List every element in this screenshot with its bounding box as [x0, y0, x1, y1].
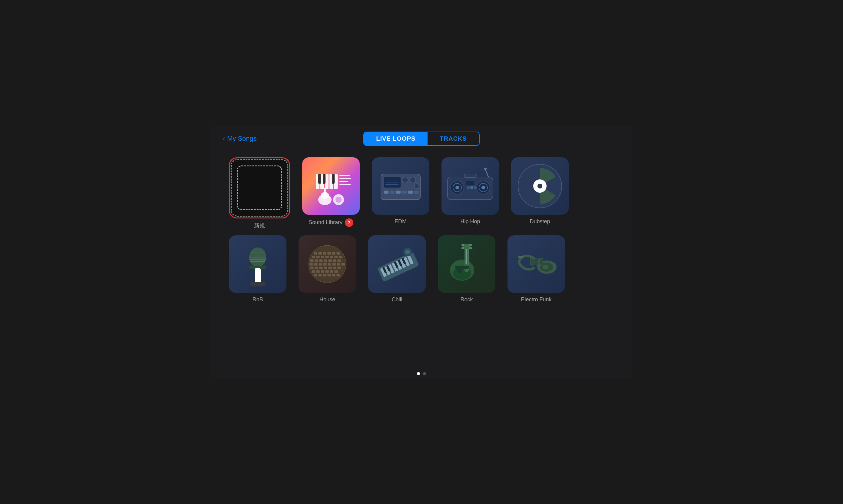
svg-point-123: [405, 250, 410, 254]
svg-point-35: [455, 186, 459, 190]
back-button[interactable]: ‹ My Songs: [223, 134, 257, 143]
svg-rect-91: [324, 267, 327, 269]
new-song-icon: [231, 159, 288, 217]
svg-rect-93: [333, 267, 337, 269]
chill-item[interactable]: Chill: [368, 235, 426, 303]
svg-rect-75: [319, 259, 323, 262]
svg-rect-98: [325, 270, 329, 273]
svg-rect-83: [323, 263, 327, 266]
header: ‹ My Songs LIVE LOOPS TRACKS: [211, 126, 632, 151]
tab-tracks[interactable]: TRACKS: [428, 132, 479, 145]
electro-funk-svg: [507, 235, 565, 293]
svg-rect-39: [466, 181, 474, 185]
svg-rect-69: [325, 256, 329, 258]
svg-point-131: [469, 247, 472, 249]
svg-rect-23: [384, 191, 389, 194]
dubstep-icon: [511, 157, 569, 215]
svg-rect-64: [332, 252, 336, 255]
svg-rect-45: [464, 174, 476, 178]
svg-point-20: [402, 177, 408, 183]
svg-point-17: [336, 197, 342, 203]
svg-point-130: [469, 244, 472, 246]
back-chevron-icon: ‹: [223, 134, 225, 143]
pagination: [211, 366, 632, 378]
svg-rect-27: [408, 191, 413, 194]
svg-point-44: [484, 167, 487, 170]
electro-funk-icon: [507, 235, 565, 293]
svg-rect-89: [315, 267, 318, 269]
svg-rect-65: [337, 252, 340, 255]
svg-rect-24: [390, 191, 395, 194]
edm-label: EDM: [395, 218, 407, 225]
svg-rect-127: [463, 244, 470, 249]
hiphop-svg: [442, 157, 499, 215]
svg-rect-142: [518, 256, 523, 258]
svg-rect-82: [319, 263, 322, 266]
svg-rect-88: [310, 267, 314, 269]
chill-svg: [368, 235, 426, 293]
svg-rect-81: [314, 263, 317, 266]
svg-point-21: [410, 177, 416, 183]
svg-rect-103: [323, 274, 326, 276]
rock-item[interactable]: Rock: [438, 235, 495, 303]
svg-rect-102: [318, 274, 322, 276]
svg-rect-135: [455, 266, 469, 269]
rnb-item[interactable]: RnB: [229, 235, 287, 303]
svg-rect-104: [327, 274, 331, 276]
pagination-dot-2[interactable]: [423, 372, 426, 375]
svg-rect-76: [324, 259, 327, 262]
svg-rect-68: [321, 256, 324, 258]
svg-rect-92: [328, 267, 332, 269]
edm-icon: [372, 157, 429, 215]
grid-row-1: 新規: [229, 157, 614, 229]
sound-library-icon: [302, 157, 360, 215]
svg-rect-14: [324, 187, 326, 197]
svg-rect-57: [255, 268, 261, 285]
svg-rect-78: [333, 259, 337, 262]
svg-point-22: [414, 184, 419, 188]
chill-label: Chill: [392, 296, 402, 303]
svg-point-40: [467, 186, 470, 189]
dubstep-label: Dubstep: [530, 218, 550, 225]
svg-rect-7: [332, 174, 334, 184]
svg-point-38: [481, 186, 485, 190]
pagination-dot-1[interactable]: [417, 372, 420, 375]
svg-rect-6: [323, 174, 326, 184]
dubstep-item[interactable]: Dubstep: [511, 157, 569, 225]
new-song-label: 新規: [254, 222, 265, 229]
chill-icon: [368, 235, 426, 293]
svg-rect-72: [339, 256, 343, 258]
back-label: My Songs: [227, 134, 257, 143]
svg-rect-25: [396, 191, 401, 194]
svg-rect-85: [332, 263, 336, 266]
svg-rect-73: [310, 259, 314, 262]
tab-live-loops[interactable]: LIVE LOOPS: [364, 132, 428, 145]
rock-svg: [438, 235, 495, 293]
new-song-dashed: [237, 165, 282, 210]
sound-library-label: Sound Library 7: [309, 218, 354, 227]
svg-rect-70: [330, 256, 333, 258]
electro-funk-item[interactable]: Electro Funk: [507, 235, 565, 303]
svg-rect-90: [319, 267, 323, 269]
house-item[interactable]: House: [298, 235, 356, 303]
svg-rect-101: [314, 274, 317, 276]
sound-library-item[interactable]: Sound Library 7: [302, 157, 360, 227]
svg-rect-71: [334, 256, 338, 258]
sound-library-text: Sound Library: [309, 219, 343, 226]
edm-item[interactable]: EDM: [372, 157, 429, 225]
dubstep-svg: [511, 157, 569, 215]
svg-rect-106: [337, 274, 340, 276]
svg-point-129: [462, 247, 464, 249]
svg-rect-60: [314, 252, 317, 255]
house-svg: [298, 235, 356, 293]
svg-rect-58: [250, 282, 265, 286]
hiphop-item[interactable]: Hip Hop: [442, 157, 499, 225]
svg-point-136: [457, 268, 462, 273]
svg-rect-86: [337, 263, 340, 266]
svg-rect-94: [337, 267, 341, 269]
rnb-icon: [229, 235, 287, 293]
main-content: 新規: [211, 151, 632, 366]
svg-rect-97: [321, 270, 324, 273]
rock-label: Rock: [460, 296, 473, 303]
new-song-item[interactable]: 新規: [229, 157, 290, 229]
